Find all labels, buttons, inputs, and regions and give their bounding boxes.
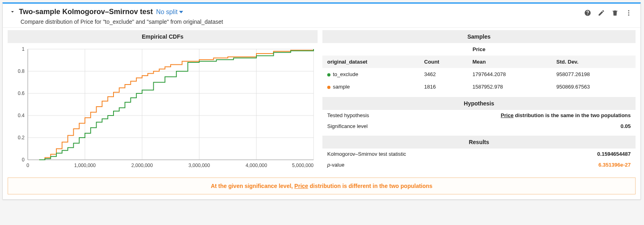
svg-text:0.2: 0.2 [18,135,25,140]
collapse-toggle[interactable] [9,8,16,17]
svg-text:0.4: 0.4 [18,113,25,118]
row-std: 950869.67563 [551,81,636,93]
row-count: 3462 [419,68,468,81]
card-subtitle: Compare distribution of Price for "to_ex… [21,19,584,25]
svg-text:0: 0 [27,163,29,168]
conclusion-banner: At the given significance level, Price d… [8,178,636,194]
ks-stat-value: 0.1594654487 [533,149,636,159]
svg-text:1,000,000: 1,000,000 [74,163,96,168]
legend-dot-to-exclude [327,73,330,76]
ks-test-card: Two-sample Kolmogorov–Smirnov test No sp… [2,2,641,200]
legend-dot-sample [327,86,330,89]
row-mean: 1587952.978 [468,81,552,93]
results-title: Results [322,136,636,149]
pvalue-label: p-value [322,159,533,170]
pvalue-value: 6.351396e-27 [533,159,636,170]
svg-text:3,000,000: 3,000,000 [188,163,210,168]
variable-name: Price [322,43,636,56]
svg-point-2 [628,14,630,16]
count-header: Count [419,56,468,68]
significance-label: Significance level [322,121,407,132]
more-icon[interactable] [625,9,632,17]
split-dropdown[interactable]: No split [156,8,183,16]
significance-value: 0.05 [407,121,636,132]
tested-hypothesis-label: Tested hypothesis [322,110,407,121]
svg-text:4,000,000: 4,000,000 [246,163,267,168]
edit-icon[interactable] [598,9,605,17]
help-icon[interactable] [584,9,591,17]
tested-hypothesis-value: Price distribution is the same in the tw… [407,110,636,121]
svg-point-1 [628,12,630,14]
card-header: Two-sample Kolmogorov–Smirnov test No sp… [3,4,640,28]
svg-text:0.8: 0.8 [18,68,25,74]
table-row: sample 1816 1587952.978 950869.67563 [322,81,636,93]
results-table: Results Kolmogorov–Smirnov test statisti… [322,136,636,170]
row-count: 1816 [419,81,468,93]
group-col-header: original_dataset [322,56,419,68]
card-title: Two-sample Kolmogorov–Smirnov test [19,8,153,16]
ks-stat-label: Kolmogorov–Smirnov test statistic [322,149,533,159]
row-label: to_exclude [333,71,358,77]
mean-header: Mean [468,56,552,68]
ecdf-chart: 00.20.40.60.8101,000,0002,000,0003,000,0… [8,43,318,172]
chart-title: Empirical CDFs [8,30,318,43]
hypothesis-title: Hypothesis [322,97,636,110]
samples-table: Price original_dataset Count Mean Std. D… [322,43,636,93]
svg-text:1: 1 [22,46,25,52]
row-std: 958077.26198 [551,68,636,81]
svg-text:2,000,000: 2,000,000 [131,163,153,168]
split-label: No split [156,8,178,16]
svg-text:0.6: 0.6 [18,91,25,96]
std-header: Std. Dev. [551,56,636,68]
row-mean: 1797644.2078 [468,68,552,81]
svg-point-0 [628,10,630,11]
svg-text:5,000,000: 5,000,000 [292,163,314,168]
svg-text:0: 0 [22,157,25,163]
row-label: sample [333,84,350,90]
delete-icon[interactable] [611,9,619,17]
samples-title: Samples [322,30,636,43]
chevron-down-icon [179,11,183,13]
hypothesis-table: Hypothesis Tested hypothesis Price distr… [322,97,636,132]
table-row: to_exclude 3462 1797644.2078 958077.2619… [322,68,636,81]
